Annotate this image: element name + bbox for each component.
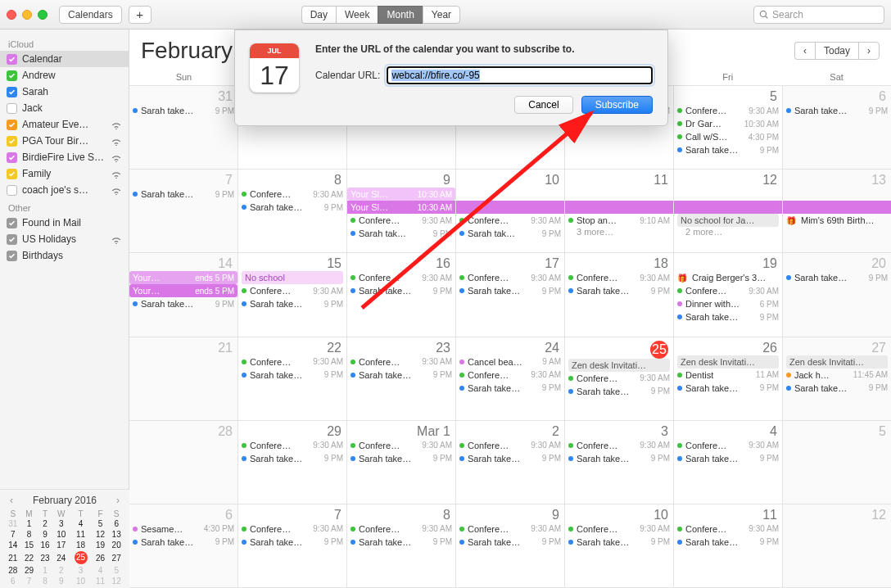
calendar-item[interactable]: Andrew [0, 67, 129, 84]
calendar-checkbox-checked[interactable] [7, 136, 17, 147]
calendar-url-input[interactable] [387, 66, 653, 84]
event-item[interactable]: Sarah take…9 PM [459, 536, 561, 549]
mini-day[interactable]: 14 [5, 540, 21, 550]
event-item[interactable]: Confere…9:30 AM [351, 355, 452, 369]
event-allday[interactable]: Zen desk Invitati… [568, 359, 670, 372]
mini-day[interactable]: 6 [5, 576, 21, 586]
view-week-button[interactable]: Week [336, 6, 378, 24]
event-item[interactable]: Sarah take…9 PM [568, 284, 670, 297]
day-cell[interactable]: 7Sarah take…9 PM [129, 170, 238, 252]
mini-day[interactable]: 4 [70, 518, 93, 529]
event-item[interactable]: Sarah take…9 PM [786, 104, 888, 117]
event-item[interactable]: Confere…9:30 AM [242, 522, 343, 536]
day-cell[interactable]: 10 Confere…9:30 AMSarah tak…9 PM [456, 170, 565, 252]
event-item[interactable]: Sarah take…9 PM [459, 452, 561, 465]
day-cell[interactable]: 16Confere…9:30 AMSarah take…9 PM [347, 253, 456, 336]
calendar-checkbox-checked[interactable] [7, 120, 17, 130]
day-cell[interactable]: 9Confere…9:30 AMSarah take…9 PM [456, 504, 565, 587]
mini-calendar[interactable]: ‹ February 2016 › SMTWTFS311234567891011… [0, 489, 129, 588]
mini-day[interactable]: 10 [53, 529, 70, 540]
mini-day[interactable]: 28 [5, 565, 21, 576]
event-item[interactable]: Sarah take…9 PM [677, 452, 779, 465]
event-item[interactable]: Confere…9:30 AM [459, 522, 561, 536]
event-item[interactable]: Sarah take…9 PM [351, 369, 452, 382]
mini-day[interactable]: 8 [37, 576, 53, 586]
event-bar-continuation[interactable] [565, 201, 673, 214]
mini-day[interactable]: 27 [108, 550, 124, 565]
calendar-item[interactable]: Jack [0, 100, 129, 116]
event-item[interactable]: Sarah take…9 PM [133, 297, 234, 310]
day-cell[interactable]: 11 Stop an…9:10 AM3 more… [565, 170, 674, 252]
mini-day[interactable]: 20 [108, 540, 124, 550]
event-item[interactable]: Confere…9:30 AM [459, 369, 561, 382]
event-item[interactable]: Sarah take…9 PM [133, 536, 234, 549]
mini-day[interactable]: 12 [108, 576, 124, 586]
cancel-button[interactable]: Cancel [514, 96, 572, 114]
mini-day[interactable]: 7 [21, 576, 38, 586]
event-item[interactable]: Confere…9:30 AM [242, 439, 343, 452]
add-event-button[interactable]: + [129, 6, 152, 24]
mini-day[interactable]: 12 [93, 529, 109, 540]
event-item[interactable]: Confere…9:30 AM [242, 188, 343, 201]
event-item[interactable]: Sarah take…9 PM [568, 385, 670, 398]
today-button[interactable]: Today [815, 42, 858, 60]
mini-day[interactable]: 10 [70, 576, 93, 586]
mini-day[interactable]: 6 [108, 518, 124, 529]
day-cell[interactable]: 10Confere…9:30 AMSarah take…9 PM [565, 504, 674, 587]
event-item[interactable]: Confere…9:30 AM [677, 522, 779, 536]
event-item[interactable]: Call w/S…4:30 PM [677, 130, 779, 143]
event-item[interactable]: Sarah take…9 PM [677, 310, 779, 323]
event-item[interactable]: Confere…9:30 AM [568, 522, 670, 536]
more-events-link[interactable]: 2 more… [677, 227, 779, 237]
mini-day[interactable]: 2 [53, 565, 70, 576]
day-cell[interactable]: 3Confere…9:30 AMSarah take…9 PM [565, 421, 674, 504]
next-month-button[interactable]: › [858, 42, 880, 60]
day-cell[interactable]: 14Your…ends 5 PMYour…ends 5 PMSarah take… [129, 253, 238, 336]
calendar-item[interactable]: US Holidays [0, 231, 129, 247]
event-bar[interactable]: Your Sl…10:30 AM [347, 188, 455, 201]
mini-day[interactable]: 19 [93, 540, 109, 550]
day-cell[interactable]: 31Sarah take…9 PM [129, 86, 238, 169]
event-item[interactable]: Dentist11 AM [677, 369, 779, 382]
event-item[interactable]: Confere…9:30 AM [351, 271, 452, 284]
more-events-link[interactable]: 3 more… [568, 227, 670, 237]
event-item[interactable]: Sarah take…9 PM [459, 284, 561, 297]
event-item[interactable]: Sarah take…9 PM [351, 284, 452, 297]
birthday-event[interactable]: 🎁Craig Berger's 3… [677, 271, 779, 284]
close-window-button[interactable] [7, 10, 16, 20]
mini-day[interactable]: 1 [21, 518, 38, 529]
day-cell[interactable]: 5Confere…9:30 AMDr Gar…10:30 AMCall w/S…… [674, 86, 783, 169]
subscribe-button[interactable]: Subscribe [581, 96, 653, 114]
event-item[interactable]: Confere…9:30 AM [568, 372, 670, 385]
mini-day[interactable]: 8 [21, 529, 38, 540]
mini-day[interactable]: 29 [21, 565, 38, 576]
calendar-checkbox-checked[interactable] [7, 218, 17, 228]
mini-day[interactable]: 7 [5, 529, 21, 540]
event-item[interactable]: Sarah take…9 PM [242, 201, 343, 214]
calendar-item[interactable]: Calendar [0, 51, 129, 67]
event-item[interactable]: Sarah take…9 PM [242, 536, 343, 549]
mini-day[interactable]: 1 [37, 565, 53, 576]
event-item[interactable]: Sarah take…9 PM [133, 104, 234, 117]
event-item[interactable]: Confere…9:30 AM [459, 214, 561, 227]
calendar-item[interactable]: Sarah [0, 84, 129, 100]
day-cell[interactable]: 8Confere…9:30 AMSarah take…9 PM [347, 504, 456, 587]
day-cell[interactable]: 6Sarah take…9 PM [783, 86, 891, 169]
day-cell[interactable]: 26Zen desk Invitati…Dentist11 AMSarah ta… [674, 337, 783, 420]
mini-day[interactable]: 26 [93, 550, 109, 565]
day-cell[interactable]: 8Confere…9:30 AMSarah take…9 PM [238, 170, 347, 252]
calendar-checkbox-checked[interactable] [7, 70, 17, 81]
calendar-checkbox-unchecked[interactable] [7, 185, 17, 196]
calendars-toggle-button[interactable]: Calendars [59, 6, 122, 24]
mini-day[interactable]: 5 [93, 518, 109, 529]
event-allday[interactable]: No school for Ja… [677, 214, 779, 227]
day-cell[interactable]: 17Confere…9:30 AMSarah take…9 PM [456, 253, 565, 336]
calendar-item[interactable]: Amateur Eve… [0, 116, 129, 133]
event-item[interactable]: Sarah take…9 PM [677, 536, 779, 549]
event-item[interactable]: Sarah take…9 PM [242, 297, 343, 310]
day-cell[interactable]: 4Confere…9:30 AMSarah take…9 PM [674, 421, 783, 504]
day-cell[interactable]: 21 [129, 337, 238, 420]
calendar-checkbox-unchecked[interactable] [7, 103, 17, 114]
event-item[interactable]: Sarah take…9 PM [786, 271, 888, 284]
day-cell[interactable]: 13 🎁Mim's 69th Birth… [783, 170, 891, 252]
